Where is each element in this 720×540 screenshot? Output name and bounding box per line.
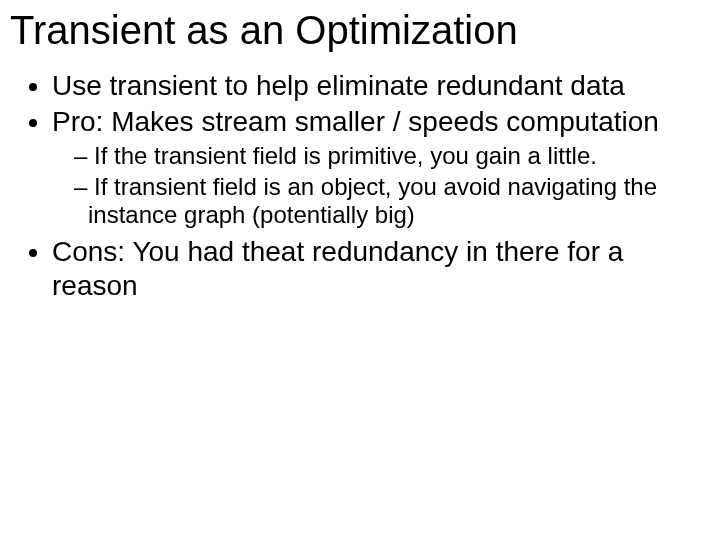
slide-title: Transient as an Optimization [10, 8, 710, 53]
slide: Transient as an Optimization Use transie… [0, 0, 720, 540]
sub-bullet-item: If the transient field is primitive, you… [74, 142, 710, 170]
bullet-item: Pro: Makes stream smaller / speeds compu… [52, 105, 710, 230]
bullet-item: Use transient to help eliminate redundan… [52, 69, 710, 103]
bullet-list: Use transient to help eliminate redundan… [10, 69, 710, 302]
bullet-item: Cons: You had theat redundancy in there … [52, 235, 710, 302]
bullet-text: Pro: Makes stream smaller / speeds compu… [52, 106, 659, 137]
sub-bullet-item: If transient field is an object, you avo… [74, 173, 710, 230]
sub-bullet-list: If the transient field is primitive, you… [52, 142, 710, 229]
